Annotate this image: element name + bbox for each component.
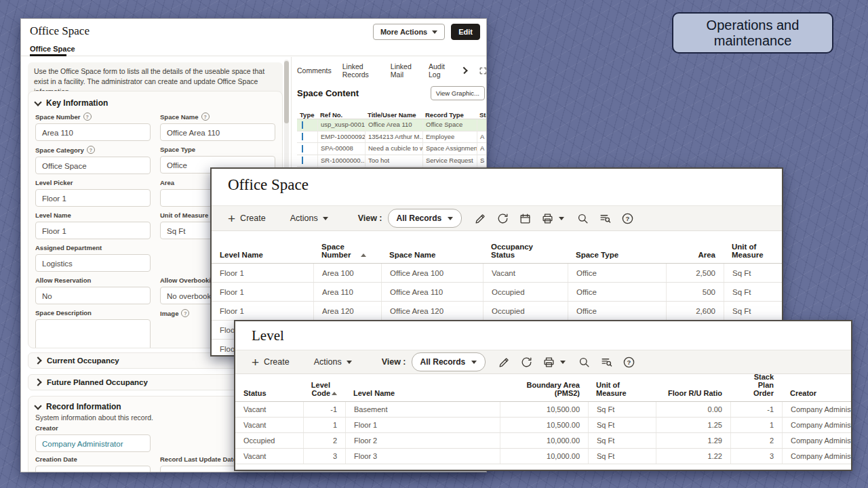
tab-linked-records[interactable]: Linked Records: [342, 62, 380, 79]
help-icon[interactable]: ?: [181, 309, 189, 317]
table-row[interactable]: Floor 1 Area 100 Office Area 100 Vacant …: [212, 264, 782, 283]
list-toolbar: + Create Actions View : All Records: [212, 205, 782, 231]
level-name-input[interactable]: Floor 1: [35, 222, 151, 239]
creator-link[interactable]: Company Administrator: [35, 434, 151, 452]
space-description-textarea[interactable]: [35, 319, 151, 348]
column-header-creator[interactable]: Creator: [782, 378, 852, 401]
column-header-boundary-area[interactable]: Boundary Area (PMS2): [500, 378, 588, 401]
column-header-stack-plan-order[interactable]: Stack Plan Order: [730, 378, 782, 401]
column-header-space-number[interactable]: Space Number: [313, 239, 381, 263]
column-header-unit-of-measure[interactable]: Unit of Measure: [588, 378, 656, 401]
space-number-cell: Area 120: [313, 302, 381, 320]
view-selector[interactable]: All Records: [412, 352, 486, 371]
print-button[interactable]: [541, 212, 564, 225]
more-actions-button[interactable]: More Actions: [373, 24, 445, 40]
help-icon[interactable]: ?: [87, 146, 95, 154]
column-header-area[interactable]: Area: [666, 239, 724, 263]
level-name-cell: Floor 3: [345, 449, 500, 464]
table-row[interactable]: Occupied 2 Floor 2 10,000.00 Sq Ft 1.29 …: [235, 433, 851, 449]
refresh-icon[interactable]: [496, 212, 509, 225]
edit-pencil-icon[interactable]: [498, 356, 511, 369]
print-button[interactable]: [542, 356, 566, 369]
space-name-input[interactable]: Office Area 110: [160, 123, 275, 141]
column-header-level-name[interactable]: Level Name: [212, 239, 313, 263]
help-icon[interactable]: ?: [623, 356, 635, 369]
creation-date-input[interactable]: 01/18/2025 12:56 PM: [35, 466, 151, 472]
floor-ru-ratio-cell: 1.25: [656, 418, 730, 432]
tab-linked-mail[interactable]: Linked Mail: [391, 62, 418, 79]
field-label: Area: [160, 179, 174, 186]
view-label: View :: [358, 214, 382, 223]
column-header-occupancy-status[interactable]: Occupancy Status: [483, 239, 568, 263]
column-header-space-name[interactable]: Space Name: [381, 239, 483, 263]
page-title: Office Space: [30, 24, 90, 38]
allow-reservation-input[interactable]: No: [35, 287, 151, 304]
help-icon[interactable]: ?: [201, 113, 210, 121]
status-cell: [477, 119, 487, 131]
table-row[interactable]: Floor 1 Area 120 Office Area 120 Occupie…: [212, 302, 782, 321]
space-number-input[interactable]: Area 110: [35, 123, 151, 141]
field-label: Space Type: [160, 146, 195, 153]
search-icon[interactable]: [578, 356, 591, 369]
table-row[interactable]: Vacant 1 Floor 1 10,500.00 Sq Ft 1.25 1 …: [235, 418, 851, 433]
column-header-status[interactable]: Status: [235, 378, 303, 401]
space-category-input[interactable]: Office Space: [35, 157, 151, 174]
assigned-department-input[interactable]: Logistics: [35, 254, 151, 272]
column-header-status[interactable]: Status: [477, 111, 487, 119]
level-picker-input[interactable]: Floor 1: [35, 189, 151, 207]
actions-menu-button[interactable]: Actions: [314, 357, 352, 367]
edit-pencil-icon[interactable]: [474, 212, 487, 225]
help-icon[interactable]: ?: [621, 212, 634, 225]
create-button[interactable]: + Create: [228, 212, 266, 225]
filter-search-icon[interactable]: [600, 356, 613, 369]
column-header-record-type[interactable]: Record Type: [422, 111, 477, 119]
table-row[interactable]: usp_xusp-0001 Office Area 110 Office Spa…: [297, 119, 487, 131]
record-type-cell: Employee: [422, 131, 477, 143]
edit-label: Edit: [458, 28, 473, 36]
calendar-icon[interactable]: [519, 212, 532, 225]
scrollbar-thumb[interactable]: [284, 61, 289, 123]
sort-asc-icon: [361, 253, 366, 257]
table-row[interactable]: Floor 1 Area 110 Office Area 110 Occupie…: [212, 283, 782, 302]
column-header-level-name[interactable]: Level Name: [345, 378, 500, 401]
table-row[interactable]: SR-10000000... Too hot Service Request S: [297, 155, 487, 167]
space-type-cell: Office: [568, 264, 666, 282]
refresh-icon[interactable]: [520, 356, 533, 369]
unit-of-measure-cell: Sq Ft: [588, 402, 656, 417]
type-cell: [297, 121, 317, 129]
level-name-cell: Floor 2: [345, 433, 500, 448]
column-header-level-code[interactable]: Level Code: [303, 378, 345, 401]
column-header-title-user-name[interactable]: Title/User Name: [365, 111, 422, 119]
actions-menu-button[interactable]: Actions: [290, 214, 328, 223]
creator-cell: Company Administra...: [782, 433, 852, 448]
creator-cell: Company Administra...: [782, 418, 852, 432]
edit-button[interactable]: Edit: [451, 24, 480, 40]
table-row[interactable]: Vacant 3 Floor 3 10,000.00 Sq Ft 1.22 3 …: [235, 449, 851, 464]
column-header-floor-ru-ratio[interactable]: Floor R/U Ratio: [656, 378, 730, 401]
column-header-type[interactable]: Type: [297, 111, 317, 119]
table-row[interactable]: SPA-00008 Need a cubicle to w... Space A…: [297, 143, 487, 155]
field-assigned-department: Assigned Department Logistics: [35, 244, 151, 272]
expand-icon[interactable]: [479, 66, 487, 75]
help-icon[interactable]: ?: [83, 113, 92, 121]
chevron-right-icon[interactable]: [461, 67, 468, 74]
key-information-header[interactable]: Key Information: [35, 98, 275, 108]
tab-audit-log[interactable]: Audit Log: [429, 62, 452, 79]
tab-comments[interactable]: Comments: [297, 66, 332, 75]
view-selector[interactable]: All Records: [388, 209, 462, 228]
field-space-description: Space Description: [35, 309, 151, 348]
table-row[interactable]: Vacant -1 Basement 10,500.00 Sq Ft 0.00 …: [235, 402, 851, 418]
filter-search-icon[interactable]: [599, 212, 612, 225]
record-type-cell: Space Assignment: [422, 143, 477, 155]
column-header-ref-no[interactable]: Ref No.: [317, 111, 365, 119]
chevron-down-icon: [560, 361, 566, 364]
unit-of-measure-cell: Sq Ft: [724, 283, 783, 301]
tab-office-space[interactable]: Office Space: [30, 45, 75, 53]
table-row[interactable]: EMP-10000092 1354213 Arthur M... Employe…: [297, 131, 487, 144]
search-icon[interactable]: [576, 212, 589, 225]
view-graphic-button[interactable]: View Graphic...: [431, 86, 485, 100]
more-actions-label: More Actions: [380, 28, 427, 36]
column-header-unit-of-measure[interactable]: Unit of Measure: [724, 239, 783, 263]
create-button[interactable]: + Create: [252, 356, 290, 369]
column-header-space-type[interactable]: Space Type: [568, 239, 666, 263]
